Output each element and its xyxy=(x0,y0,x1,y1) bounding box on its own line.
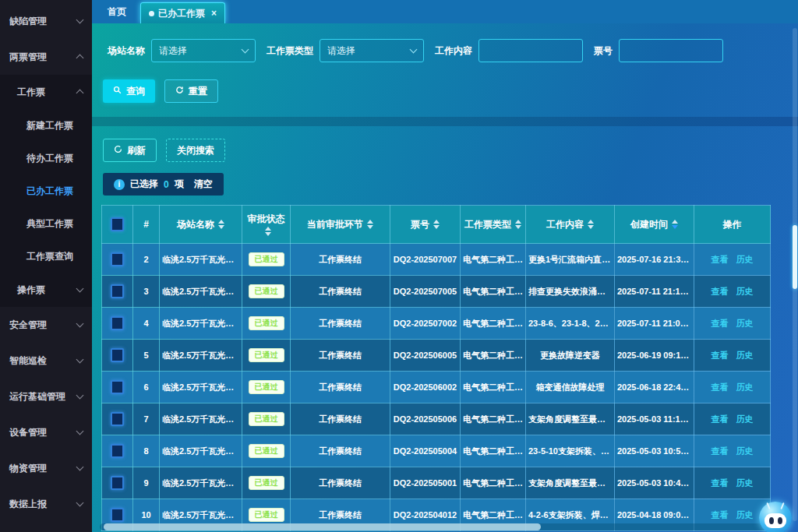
ticket-no-input[interactable] xyxy=(619,39,723,62)
sort-icon[interactable] xyxy=(672,220,678,229)
content-cell: 更换故障逆变器 xyxy=(526,340,615,372)
view-link[interactable]: 查看 xyxy=(711,287,729,296)
sidebar-item-8[interactable]: 工作票查询 xyxy=(0,240,92,273)
sidebar-item-3[interactable]: 工作票 xyxy=(0,75,92,109)
sidebar-item-15[interactable]: 数据上报 xyxy=(0,486,92,522)
row-checkbox[interactable] xyxy=(111,252,124,266)
refresh-icon xyxy=(114,145,122,156)
row-checkbox[interactable] xyxy=(111,284,124,298)
table-header-cell[interactable]: 审批状态 xyxy=(242,206,291,244)
row-checkbox[interactable] xyxy=(111,508,124,522)
close-search-button[interactable]: 关闭搜索 xyxy=(166,139,225,162)
select-all-checkbox[interactable] xyxy=(111,217,124,231)
sort-icon[interactable] xyxy=(265,227,271,236)
sidebar-item-10[interactable]: 安全管理 xyxy=(0,307,92,343)
sidebar-item-2[interactable]: 两票管理 xyxy=(0,39,92,75)
history-link[interactable]: 历史 xyxy=(736,478,754,488)
selection-info-bar: i 已选择 0 项 清空 xyxy=(103,173,224,196)
table-header-cell[interactable]: 票号 xyxy=(390,206,461,244)
refresh-button[interactable]: 刷新 xyxy=(103,139,157,162)
refresh-button-label: 刷新 xyxy=(127,144,146,157)
row-checkbox[interactable] xyxy=(111,380,124,394)
step-cell: 工作票终结 xyxy=(291,372,390,403)
checkbox-cell xyxy=(102,467,133,499)
created-cell: 2025-07-11 21:02:21 xyxy=(615,308,694,340)
history-link[interactable]: 历史 xyxy=(736,414,754,424)
row-checkbox[interactable] xyxy=(111,412,124,426)
sort-icon[interactable] xyxy=(367,220,373,229)
history-link[interactable]: 历史 xyxy=(736,510,754,520)
sidebar-item-5[interactable]: 待办工作票 xyxy=(0,142,92,174)
sidebar-item-13[interactable]: 设备管理 xyxy=(0,414,92,450)
chevron-down-icon xyxy=(76,499,84,507)
history-link[interactable]: 历史 xyxy=(736,351,754,360)
ticket-no-cell: DQ2-202505001 xyxy=(390,467,461,499)
clear-selection-link[interactable]: 清空 xyxy=(194,178,213,191)
sidebar-item-7[interactable]: 典型工作票 xyxy=(0,207,92,240)
created-cell: 2025-05-03 10:44:48 xyxy=(615,467,694,499)
status-badge: 已通过 xyxy=(249,412,284,426)
table-header-cell[interactable]: 当前审批环节 xyxy=(291,206,390,244)
step-cell: 工作票终结 xyxy=(291,308,390,340)
status-cell: 已通过 xyxy=(242,372,291,403)
ticket-type-select[interactable]: 请选择 xyxy=(320,39,424,62)
index-cell: 6 xyxy=(133,372,160,403)
tab-close-icon[interactable]: × xyxy=(211,4,217,23)
table-header-cell[interactable]: 创建时间 xyxy=(615,206,694,244)
column-label: # xyxy=(143,219,149,230)
reset-button[interactable]: 重置 xyxy=(164,79,218,103)
table-header-cell[interactable]: 工作内容 xyxy=(526,206,615,244)
index-cell: 5 xyxy=(133,340,160,372)
history-link[interactable]: 历史 xyxy=(736,255,754,264)
vertical-scrollbar-thumb[interactable] xyxy=(793,225,797,289)
index-cell: 8 xyxy=(133,435,160,467)
station-cell: 临洮2.5万千瓦光伏电... xyxy=(160,340,242,372)
column-label: 创建时间 xyxy=(630,219,668,230)
table-header-cell[interactable]: 工作票类型 xyxy=(461,206,526,244)
table-row: 6临洮2.5万千瓦光伏电...已通过工作票终结DQ2-202506002电气第二… xyxy=(102,372,771,403)
history-link[interactable]: 历史 xyxy=(736,446,754,456)
sidebar-item-12[interactable]: 运行基础管理 xyxy=(0,379,92,414)
work-content-input[interactable] xyxy=(478,39,583,62)
station-select[interactable]: 请选择 xyxy=(151,39,256,62)
row-checkbox[interactable] xyxy=(111,316,124,330)
sort-icon[interactable] xyxy=(588,220,594,229)
tab-home[interactable]: 首页 xyxy=(100,0,134,23)
horizontal-scrollbar[interactable] xyxy=(100,523,782,530)
sort-icon[interactable] xyxy=(218,220,224,229)
view-link[interactable]: 查看 xyxy=(711,510,729,520)
robot-assistant-icon[interactable] xyxy=(759,502,792,532)
view-link[interactable]: 查看 xyxy=(711,414,729,424)
table-header-cell[interactable]: 场站名称 xyxy=(160,206,242,244)
vertical-scrollbar[interactable] xyxy=(793,28,797,521)
view-link[interactable]: 查看 xyxy=(711,351,729,360)
row-checkbox[interactable] xyxy=(111,348,124,362)
ticket-no-field: 票号 xyxy=(594,39,723,62)
query-button[interactable]: 查询 xyxy=(103,79,155,103)
sidebar-item-6[interactable]: 已办工作票 xyxy=(0,174,92,207)
view-link[interactable]: 查看 xyxy=(711,382,729,392)
chevron-down-icon xyxy=(76,428,84,435)
sort-icon[interactable] xyxy=(515,220,521,229)
tab-done-tickets[interactable]: 已办工作票× xyxy=(140,2,225,23)
selection-count: 0 xyxy=(164,179,169,190)
history-link[interactable]: 历史 xyxy=(736,319,754,328)
sidebar-item-14[interactable]: 物资管理 xyxy=(0,450,92,486)
history-link[interactable]: 历史 xyxy=(736,287,754,296)
horizontal-scrollbar-thumb[interactable] xyxy=(104,523,541,530)
history-link[interactable]: 历史 xyxy=(736,382,754,392)
station-cell: 临洮2.5万千瓦光伏电... xyxy=(160,276,242,308)
sort-asc-icon xyxy=(265,227,271,231)
sidebar-item-9[interactable]: 操作票 xyxy=(0,273,92,307)
sidebar-item-4[interactable]: 新建工作票 xyxy=(0,109,92,142)
sort-icon[interactable] xyxy=(433,220,440,229)
view-link[interactable]: 查看 xyxy=(711,255,729,264)
view-link[interactable]: 查看 xyxy=(711,319,729,328)
view-link[interactable]: 查看 xyxy=(711,478,729,488)
station-label: 场站名称 xyxy=(108,44,145,58)
sidebar-item-1[interactable]: 缺陷管理 xyxy=(0,3,92,39)
sidebar-item-11[interactable]: 智能巡检 xyxy=(0,343,92,379)
row-checkbox[interactable] xyxy=(111,444,124,458)
view-link[interactable]: 查看 xyxy=(711,446,729,456)
row-checkbox[interactable] xyxy=(111,476,124,490)
